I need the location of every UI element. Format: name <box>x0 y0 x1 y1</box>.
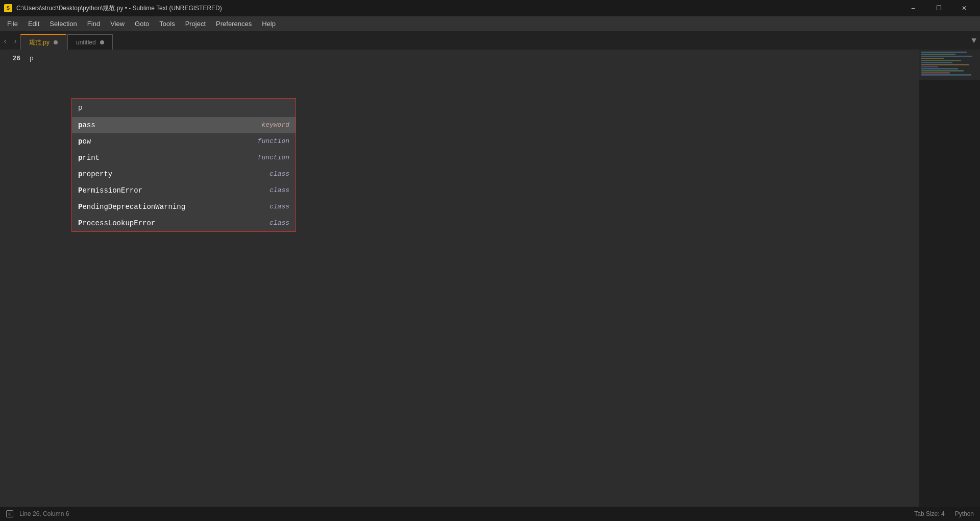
minimap-line <box>921 62 952 63</box>
ac-type-processlookuperror: class <box>270 216 289 230</box>
minimap-line <box>921 54 955 55</box>
tab-label: untitled <box>76 39 96 46</box>
ac-type-pendingdeprecationwarning: class <box>270 200 289 214</box>
ac-rest: rint <box>82 154 100 162</box>
ac-rest: ass <box>82 121 95 129</box>
autocomplete-item-pendingdeprecationwarning[interactable]: PendingDeprecationWarning class <box>72 199 296 215</box>
menu-item-project[interactable]: Project <box>180 18 211 30</box>
ac-type-pow: function <box>258 134 289 149</box>
menu-bar: FileEditSelectionFindViewGotoToolsProjec… <box>0 16 980 32</box>
minimap-line <box>921 72 950 74</box>
ac-type-permissionerror: class <box>270 183 289 198</box>
autocomplete-item-pow[interactable]: pow function <box>72 133 296 150</box>
ac-rest: ermissionError <box>82 186 142 195</box>
tab-untitled[interactable]: untitled <box>67 34 113 50</box>
ac-rest: rocessLookupError <box>82 219 155 227</box>
ac-rest: roperty <box>82 170 112 178</box>
minimap-line <box>921 58 944 59</box>
autocomplete-item-print[interactable]: print function <box>72 150 296 166</box>
ac-type-property: class <box>270 167 289 181</box>
autocomplete-item-pass[interactable]: pass keyword <box>72 117 296 133</box>
minimap-line <box>921 56 972 57</box>
window-controls: – ❐ ✕ <box>901 0 976 16</box>
tab-prev-button[interactable]: ‹ <box>0 32 10 50</box>
app-icon: S <box>4 4 12 12</box>
title-text: C:\Users\struct\Desktop\python\规范.py • -… <box>16 4 897 13</box>
tab-modified-indicator <box>100 40 104 44</box>
ac-name-pass: pass <box>78 118 261 132</box>
status-language[interactable]: Python <box>955 510 974 517</box>
status-tab-size[interactable]: Tab Size: 4 <box>914 510 944 517</box>
autocomplete-typed: p <box>72 99 296 117</box>
minimap-line <box>921 68 958 69</box>
menu-item-view[interactable]: View <box>105 18 130 30</box>
autocomplete-item-permissionerror[interactable]: PermissionError class <box>72 182 296 199</box>
tab-modified-indicator <box>54 40 58 44</box>
ac-name-processlookuperror: ProcessLookupError <box>78 216 270 230</box>
status-icon: ⊞ <box>6 510 13 517</box>
menu-item-tools[interactable]: Tools <box>154 18 180 30</box>
ac-type-print: function <box>258 151 289 165</box>
ac-type-pass: keyword <box>261 118 289 132</box>
line-number: 26 <box>0 54 20 64</box>
autocomplete-item-property[interactable]: property class <box>72 166 296 182</box>
maximize-button[interactable]: ❐ <box>927 0 950 16</box>
ac-name-pow: pow <box>78 134 258 149</box>
editor-area: 26 p p pass keyword pow function <box>0 50 980 507</box>
typed-char: p <box>78 104 82 112</box>
line-numbers: 26 <box>0 50 26 507</box>
ac-name-property: property <box>78 167 270 181</box>
menu-item-file[interactable]: File <box>2 18 23 30</box>
minimap <box>919 50 980 507</box>
tab-规范py[interactable]: 规范.py <box>20 34 66 50</box>
ac-name-print: print <box>78 151 258 165</box>
autocomplete-popup: p pass keyword pow function print <box>71 98 296 232</box>
ac-name-pendingdeprecationwarning: PendingDeprecationWarning <box>78 200 270 214</box>
title-bar: S C:\Users\struct\Desktop\python\规范.py •… <box>0 0 980 16</box>
ac-name-permissionerror: PermissionError <box>78 183 270 198</box>
tab-bar: ‹ › 规范.py untitled ▼ <box>0 32 980 50</box>
tab-label: 规范.py <box>29 38 50 47</box>
minimap-line <box>921 64 969 65</box>
minimap-line <box>921 66 938 67</box>
tab-overflow-button[interactable]: ▼ <box>968 32 980 50</box>
minimap-line <box>921 74 971 76</box>
ac-rest: ow <box>82 137 91 146</box>
menu-item-edit[interactable]: Edit <box>23 18 44 30</box>
status-bar: ⊞ Line 26, Column 6 Tab Size: 4 Python <box>0 507 980 521</box>
menu-item-help[interactable]: Help <box>257 18 281 30</box>
menu-item-find[interactable]: Find <box>82 18 105 30</box>
tab-next-button[interactable]: › <box>10 32 20 50</box>
code-area[interactable]: p p pass keyword pow function <box>26 50 919 507</box>
minimap-line <box>921 60 961 61</box>
status-left: ⊞ Line 26, Column 6 <box>6 510 69 517</box>
status-position[interactable]: Line 26, Column 6 <box>19 510 69 517</box>
minimize-button[interactable]: – <box>901 0 925 16</box>
current-char: p <box>30 55 34 62</box>
ac-rest: endingDeprecationWarning <box>82 203 185 211</box>
close-button[interactable]: ✕ <box>952 0 976 16</box>
menu-item-preferences[interactable]: Preferences <box>211 18 257 30</box>
menu-item-goto[interactable]: Goto <box>130 18 154 30</box>
autocomplete-item-processlookuperror[interactable]: ProcessLookupError class <box>72 215 296 231</box>
menu-item-selection[interactable]: Selection <box>44 18 82 30</box>
status-right: Tab Size: 4 Python <box>914 510 974 517</box>
minimap-line <box>921 70 964 72</box>
minimap-line <box>921 52 967 53</box>
